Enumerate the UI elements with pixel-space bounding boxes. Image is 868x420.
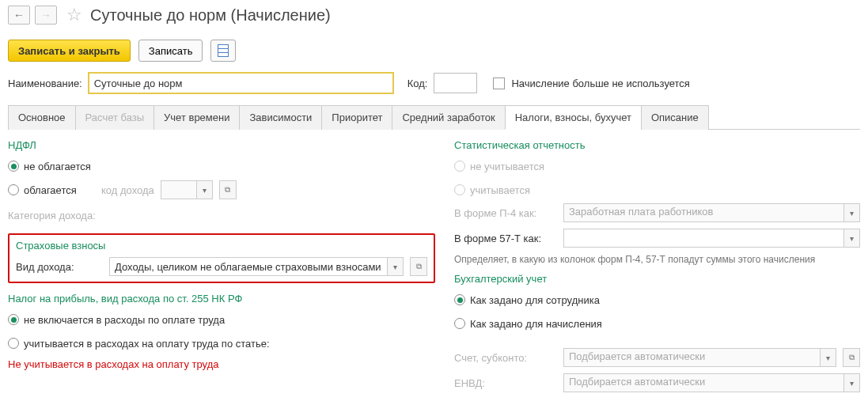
envd-field: Подбирается автоматически ▾ — [563, 373, 860, 392]
radio-icon — [8, 184, 19, 195]
radio-label: учитывается в расходах на оплату труда п… — [24, 338, 270, 350]
p4-field: Заработная плата работников ▾ — [563, 203, 860, 222]
tabs: ОсновноеРасчет базыУчет времениЗависимос… — [8, 104, 860, 130]
radio-icon — [454, 184, 465, 195]
tab-content: НДФЛ не облагается облагается код дохода… — [8, 130, 860, 399]
open-icon: ⧉ — [843, 349, 859, 366]
tab-4[interactable]: Приоритет — [321, 105, 392, 130]
acct-opt1[interactable]: Как задано для сотрудника — [454, 294, 600, 306]
income-code-input — [161, 181, 196, 199]
right-column: Статистическая отчетность не учитывается… — [454, 138, 860, 399]
profit-opt1[interactable]: не включается в расходы по оплате труда — [8, 314, 225, 326]
radio-icon — [454, 294, 465, 305]
radio-label: учитывается — [470, 184, 530, 196]
income-kind-input[interactable] — [110, 258, 387, 275]
stats-title: Статистическая отчетность — [454, 139, 860, 151]
account-open: ⧉ — [843, 348, 860, 367]
open-icon: ⧉ — [220, 181, 236, 199]
p4-label: В форме П-4 как: — [454, 207, 557, 219]
radio-label: Как задано для сотрудника — [470, 294, 600, 306]
income-code-open: ⧉ — [219, 180, 237, 199]
tab-1: Расчет базы — [75, 105, 155, 130]
envd-input: Подбирается автоматически — [564, 374, 843, 392]
star-icon[interactable]: ☆ — [66, 5, 82, 25]
save-close-button[interactable]: Записать и закрыть — [8, 40, 131, 62]
category-label: Категория дохода: — [8, 210, 96, 221]
envd-label: ЕНВД: — [454, 377, 557, 389]
tab-3[interactable]: Зависимости — [239, 105, 322, 130]
income-kind-field[interactable]: ▾ — [109, 257, 404, 276]
insurance-title: Страховые взносы — [16, 240, 427, 252]
t57-label: В форме 57-Т как: — [454, 233, 557, 244]
chevron-down-icon: ▾ — [843, 204, 859, 221]
t57-field[interactable]: ▾ — [563, 229, 860, 248]
radio-icon — [454, 161, 465, 172]
radio-icon — [8, 338, 19, 349]
tab-2[interactable]: Учет времени — [154, 105, 240, 130]
ndfl-title: НДФЛ — [8, 139, 435, 151]
tab-5[interactable]: Средний заработок — [392, 105, 505, 130]
topbar: ← → ☆ Суточные до норм (Начисление) — [8, 5, 860, 25]
ndfl-opt-not-taxed[interactable]: не облагается — [8, 161, 95, 172]
stats-opt-not-counted: не учитывается — [454, 161, 544, 172]
save-button[interactable]: Записать — [138, 40, 203, 62]
name-label: Наименование: — [8, 78, 82, 89]
stats-hint: Определяет, в какую из колонок форм П-4,… — [454, 254, 860, 265]
acct-opt2[interactable]: Как задано для начисления — [454, 318, 602, 330]
income-code-label: код дохода — [101, 184, 154, 196]
acct-title: Бухгалтерский учет — [454, 273, 860, 285]
chevron-down-icon: ▾ — [820, 349, 836, 366]
chevron-down-icon[interactable]: ▾ — [387, 258, 403, 275]
account-input: Подбирается автоматически — [564, 349, 820, 366]
tab-7[interactable]: Описание — [641, 105, 709, 130]
name-input[interactable] — [89, 73, 393, 93]
radio-label: не облагается — [24, 161, 91, 172]
open-icon: ⧉ — [411, 258, 426, 275]
not-used-checkbox[interactable] — [493, 78, 505, 89]
radio-label: не включается в расходы по оплате труда — [24, 314, 225, 326]
radio-label: облагается — [24, 184, 77, 196]
chevron-down-icon[interactable]: ▾ — [843, 229, 859, 247]
profit-opt2[interactable]: учитывается в расходах на оплату труда п… — [8, 338, 270, 350]
radio-label: Как задано для начисления — [470, 318, 602, 330]
income-kind-open[interactable]: ⧉ — [410, 257, 427, 276]
page-title: Суточные до норм (Начисление) — [90, 6, 331, 25]
radio-icon — [8, 314, 19, 325]
stats-opt-counted: учитывается — [454, 184, 541, 196]
code-input[interactable] — [434, 73, 477, 93]
ndfl-opt-taxed[interactable]: облагается — [8, 184, 95, 196]
forward-button[interactable]: → — [35, 6, 57, 25]
income-code-field: ▾ — [161, 180, 213, 199]
t57-input[interactable] — [564, 229, 843, 247]
profit-tax-title: Налог на прибыль, вид расхода по ст. 255… — [8, 293, 435, 305]
list-icon — [218, 44, 229, 57]
radio-icon — [8, 161, 19, 172]
insurance-section: Страховые взносы Вид дохода: ▾ ⧉ — [8, 233, 435, 283]
not-used-label: Начисление больше не используется — [511, 78, 689, 89]
radio-icon — [454, 318, 465, 329]
toolbar: Записать и закрыть Записать — [8, 40, 860, 62]
account-label: Счет, субконто: — [454, 352, 557, 364]
tab-0[interactable]: Основное — [8, 105, 76, 130]
chevron-down-icon: ▾ — [196, 181, 212, 199]
radio-label: не учитывается — [470, 161, 544, 172]
code-label: Код: — [407, 78, 428, 89]
name-code-row: Наименование: Код: Начисление больше не … — [8, 73, 860, 93]
income-kind-label: Вид дохода: — [16, 261, 103, 273]
p4-value: Заработная плата работников — [564, 204, 843, 221]
left-column: НДФЛ не облагается облагается код дохода… — [8, 138, 435, 399]
account-field: Подбирается автоматически ▾ — [563, 348, 836, 367]
tab-6[interactable]: Налоги, взносы, бухучет — [505, 105, 642, 130]
chevron-down-icon: ▾ — [843, 374, 859, 392]
back-button[interactable]: ← — [8, 6, 30, 25]
profit-red-note: Не учитывается в расходах на оплату труд… — [8, 358, 435, 370]
other-actions-button[interactable] — [210, 40, 236, 62]
